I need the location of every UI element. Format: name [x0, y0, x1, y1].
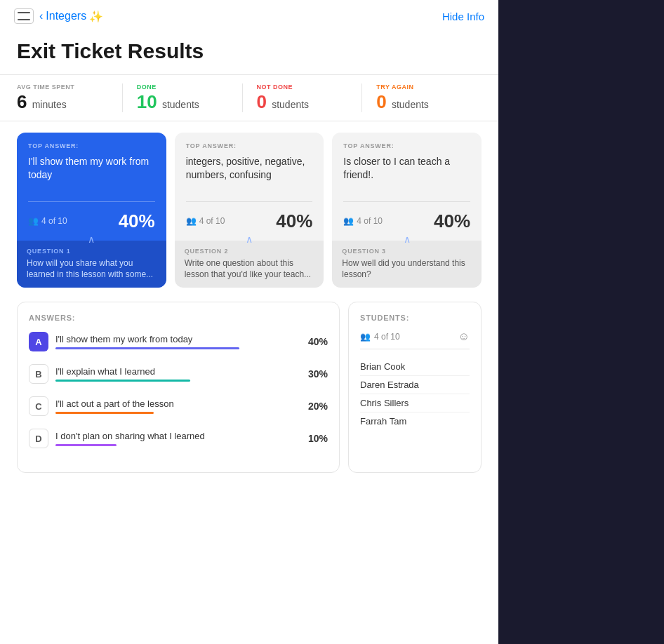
answer-bar-d	[55, 444, 117, 446]
stat-not-done-value: 0 students	[257, 92, 348, 112]
sidebar-toggle[interactable]	[14, 8, 34, 24]
stats-bar: AVG TIME SPENT 6 minutes DONE 10 student…	[0, 74, 498, 121]
answer-percent-a: 40%	[308, 336, 328, 347]
smiley-icon[interactable]: ☺	[458, 330, 470, 343]
answer-content-b: I'll explain what I learned	[55, 366, 301, 382]
student-name-1: Brian Cook	[360, 358, 470, 376]
q2-question-label: QUESTION 2	[185, 248, 314, 255]
stat-try-again-label: TRY AGAIN	[376, 83, 467, 90]
answer-item-d: D I don't plan on sharing what I learned…	[29, 429, 328, 448]
answer-letter-c: C	[29, 396, 48, 416]
answer-item-a: A I'll show them my work from today 40%	[29, 332, 328, 351]
dark-panel	[498, 0, 664, 644]
q2-top-answer-label: TOP ANSWER:	[186, 142, 313, 149]
stat-done-value: 10 students	[137, 92, 228, 112]
students-panel: STUDENTS: 👥 4 of 10 ☺ Brian Cook Daren E…	[348, 302, 482, 473]
student-name-3: Chris Sillers	[360, 394, 470, 412]
nav-left: ‹ Integers ✨	[14, 8, 103, 24]
q1-students-count: 👥 4 of 10	[28, 216, 67, 226]
q1-percent: 40%	[119, 210, 155, 232]
question-cards: TOP ANSWER: I'll show them my work from …	[0, 121, 498, 300]
stat-done: DONE 10 students	[137, 83, 243, 112]
q1-footer: ∧ QUESTION 1 How will you share what you…	[17, 241, 166, 288]
answer-item-c: C I'll act out a part of the lesson 20%	[29, 396, 328, 416]
q1-top-answer-label: TOP ANSWER:	[28, 142, 155, 149]
answer-content-c: I'll act out a part of the lesson	[55, 398, 301, 414]
people-icon: 👥	[343, 216, 354, 226]
answer-percent-d: 10%	[308, 433, 328, 444]
answer-letter-d: D	[29, 429, 48, 448]
back-label: Integers	[46, 10, 86, 22]
hide-info-button[interactable]: Hide Info	[442, 11, 484, 22]
stat-avg-time: AVG TIME SPENT 6 minutes	[17, 83, 123, 112]
stat-try-again-value: 0 students	[376, 92, 467, 112]
q3-percent: 40%	[434, 210, 470, 232]
answers-panel: ANSWERS: A I'll show them my work from t…	[17, 302, 340, 473]
q3-question-label: QUESTION 3	[342, 248, 472, 255]
top-nav: ‹ Integers ✨ Hide Info	[0, 0, 498, 32]
stat-try-again: TRY AGAIN 0 students	[376, 83, 482, 112]
q3-chevron-icon: ∧	[404, 234, 411, 245]
stat-not-done-label: NOT DONE	[257, 83, 348, 90]
answer-bar-c	[55, 412, 154, 414]
q3-students-count: 👥 4 of 10	[343, 216, 383, 226]
question-card-3[interactable]: TOP ANSWER: Is closer to I can teach a f…	[332, 133, 482, 288]
answer-content-d: I don't plan on sharing what I learned	[55, 431, 301, 446]
q3-answer-text: Is closer to I can teach a friend!.	[343, 155, 470, 192]
answer-text-a: I'll show them my work from today	[55, 334, 301, 344]
q2-top: TOP ANSWER: integers, positive, negative…	[175, 133, 324, 201]
back-chevron-icon: ‹	[39, 10, 43, 22]
page-title-section: Exit Ticket Results	[0, 32, 498, 74]
stat-done-label: DONE	[137, 83, 228, 90]
page-title: Exit Ticket Results	[17, 39, 482, 63]
answer-bar-a	[55, 347, 239, 349]
answers-title: ANSWERS:	[29, 314, 328, 322]
back-link[interactable]: ‹ Integers ✨	[39, 10, 103, 23]
people-icon: 👥	[360, 332, 371, 342]
answer-letter-b: B	[29, 364, 48, 384]
q3-top-answer-label: TOP ANSWER:	[343, 142, 470, 149]
stat-not-done: NOT DONE 0 students	[257, 83, 363, 112]
answer-text-b: I'll explain what I learned	[55, 366, 301, 377]
answer-content-a: I'll show them my work from today	[55, 334, 301, 349]
students-title: STUDENTS:	[360, 314, 470, 322]
answer-text-d: I don't plan on sharing what I learned	[55, 431, 301, 441]
q2-chevron-icon: ∧	[246, 234, 253, 245]
answer-letter-a: A	[29, 332, 48, 351]
sparkle-icon: ✨	[89, 10, 103, 23]
q3-top: TOP ANSWER: Is closer to I can teach a f…	[332, 133, 482, 201]
student-name-2: Daren Estrada	[360, 376, 470, 394]
q2-students-count: 👥 4 of 10	[186, 216, 225, 226]
q2-question-text: Write one question about this lesson tha…	[185, 257, 314, 281]
people-icon: 👥	[186, 216, 197, 226]
answer-percent-b: 30%	[308, 368, 328, 380]
q3-footer: ∧ QUESTION 3 How well did you understand…	[332, 241, 482, 288]
q1-chevron-icon: ∧	[88, 234, 95, 245]
q3-question-text: How well did you understand this lesson?	[342, 257, 472, 281]
students-count-badge: 👥 4 of 10	[360, 332, 400, 342]
q1-question-label: QUESTION 1	[27, 248, 157, 255]
people-icon: 👥	[28, 216, 39, 226]
q2-answer-text: integers, positive, negative, numbers, c…	[186, 155, 313, 192]
question-card-2[interactable]: TOP ANSWER: integers, positive, negative…	[175, 133, 324, 288]
bottom-section: ANSWERS: A I'll show them my work from t…	[0, 302, 498, 487]
question-card-1[interactable]: TOP ANSWER: I'll show them my work from …	[17, 133, 166, 288]
student-name-4: Farrah Tam	[360, 412, 470, 430]
q1-question-text: How will you share what you learned in t…	[27, 257, 157, 281]
answer-item-b: B I'll explain what I learned 30%	[29, 364, 328, 384]
students-count-row: 👥 4 of 10 ☺	[360, 330, 470, 349]
students-count-text: 4 of 10	[374, 332, 400, 342]
q2-percent: 40%	[276, 210, 312, 232]
q2-footer: ∧ QUESTION 2 Write one question about th…	[175, 241, 324, 288]
q1-top: TOP ANSWER: I'll show them my work from …	[17, 133, 166, 201]
stat-avg-time-label: AVG TIME SPENT	[17, 83, 108, 90]
q1-answer-text: I'll show them my work from today	[28, 155, 155, 192]
answer-percent-c: 20%	[308, 401, 328, 412]
answer-text-c: I'll act out a part of the lesson	[55, 398, 301, 409]
answer-bar-b	[55, 380, 190, 382]
stat-avg-time-value: 6 minutes	[17, 92, 108, 112]
